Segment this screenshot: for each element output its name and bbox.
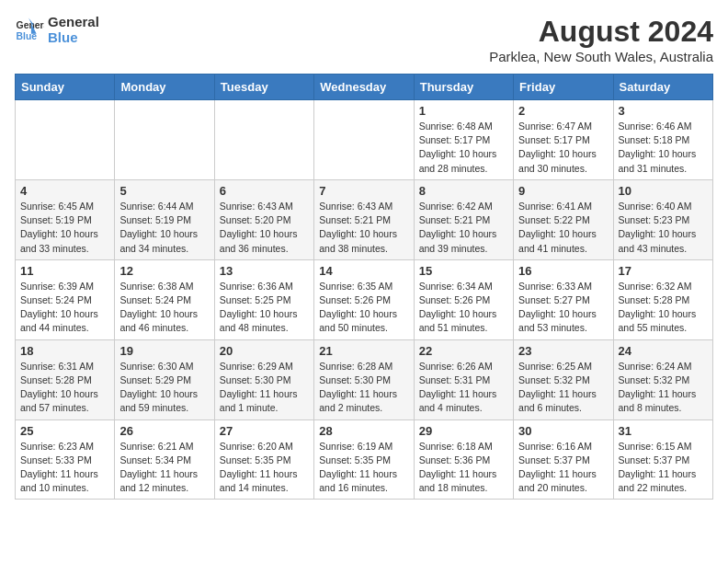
- day-info: Sunrise: 6:23 AMSunset: 5:33 PMDaylight:…: [20, 440, 109, 496]
- day-number: 19: [119, 344, 209, 358]
- weekday-header-row: SundayMondayTuesdayWednesdayThursdayFrid…: [16, 75, 713, 100]
- day-number: 9: [518, 184, 608, 198]
- day-info: Sunrise: 6:19 AMSunset: 5:35 PMDaylight:…: [319, 440, 408, 496]
- day-number: 26: [119, 424, 209, 438]
- calendar-cell: [16, 100, 115, 180]
- logo-general: General: [48, 15, 99, 30]
- calendar-cell: 27Sunrise: 6:20 AMSunset: 5:35 PMDayligh…: [214, 419, 313, 500]
- day-info: Sunrise: 6:15 AMSunset: 5:37 PMDaylight:…: [619, 440, 708, 496]
- day-info: Sunrise: 6:29 AMSunset: 5:30 PMDaylight:…: [220, 360, 309, 416]
- day-number: 30: [518, 424, 608, 438]
- logo-icon: General Blue: [15, 16, 44, 45]
- day-number: 17: [619, 264, 708, 278]
- day-number: 10: [619, 184, 708, 198]
- calendar-cell: 22Sunrise: 6:26 AMSunset: 5:31 PMDayligh…: [414, 339, 513, 419]
- day-number: 28: [319, 424, 408, 438]
- calendar-cell: 15Sunrise: 6:34 AMSunset: 5:26 PMDayligh…: [414, 259, 513, 339]
- day-number: 2: [518, 104, 608, 118]
- calendar-cell: 28Sunrise: 6:19 AMSunset: 5:35 PMDayligh…: [314, 419, 414, 500]
- day-number: 13: [220, 264, 309, 278]
- day-info: Sunrise: 6:20 AMSunset: 5:35 PMDaylight:…: [220, 440, 309, 496]
- calendar-cell: 5Sunrise: 6:44 AMSunset: 5:19 PMDaylight…: [115, 179, 214, 259]
- day-number: 25: [20, 424, 109, 438]
- day-number: 6: [220, 184, 309, 198]
- day-number: 3: [619, 104, 708, 118]
- calendar-cell: 23Sunrise: 6:25 AMSunset: 5:32 PMDayligh…: [514, 339, 613, 419]
- day-number: 27: [220, 424, 309, 438]
- calendar-cell: 3Sunrise: 6:46 AMSunset: 5:18 PMDaylight…: [613, 100, 712, 180]
- weekday-header-sunday: Sunday: [16, 75, 115, 100]
- day-info: Sunrise: 6:31 AMSunset: 5:28 PMDaylight:…: [20, 360, 109, 416]
- logo: General Blue General Blue: [15, 15, 99, 45]
- day-info: Sunrise: 6:43 AMSunset: 5:20 PMDaylight:…: [220, 200, 309, 256]
- calendar-cell: 10Sunrise: 6:40 AMSunset: 5:23 PMDayligh…: [613, 179, 712, 259]
- calendar-table: SundayMondayTuesdayWednesdayThursdayFrid…: [15, 74, 713, 500]
- calendar-week-1: 1Sunrise: 6:48 AMSunset: 5:17 PMDaylight…: [16, 100, 713, 180]
- weekday-header-monday: Monday: [115, 75, 214, 100]
- calendar-cell: 24Sunrise: 6:24 AMSunset: 5:32 PMDayligh…: [613, 339, 712, 419]
- day-info: Sunrise: 6:26 AMSunset: 5:31 PMDaylight:…: [419, 360, 508, 416]
- day-info: Sunrise: 6:33 AMSunset: 5:27 PMDaylight:…: [518, 280, 608, 336]
- weekday-header-tuesday: Tuesday: [214, 75, 313, 100]
- day-number: 18: [20, 344, 109, 358]
- day-number: 11: [20, 264, 109, 278]
- page-subtitle: Parklea, New South Wales, Australia: [489, 49, 713, 64]
- calendar-cell: 19Sunrise: 6:30 AMSunset: 5:29 PMDayligh…: [115, 339, 214, 419]
- day-number: 22: [419, 344, 508, 358]
- calendar-week-4: 18Sunrise: 6:31 AMSunset: 5:28 PMDayligh…: [16, 339, 713, 419]
- weekday-header-saturday: Saturday: [613, 75, 712, 100]
- weekday-header-wednesday: Wednesday: [314, 75, 414, 100]
- day-info: Sunrise: 6:46 AMSunset: 5:18 PMDaylight:…: [619, 120, 708, 176]
- day-info: Sunrise: 6:43 AMSunset: 5:21 PMDaylight:…: [319, 200, 408, 256]
- title-block: August 2024 Parklea, New South Wales, Au…: [489, 15, 713, 64]
- day-number: 24: [619, 344, 708, 358]
- calendar-cell: [115, 100, 214, 180]
- day-number: 4: [20, 184, 109, 198]
- day-info: Sunrise: 6:42 AMSunset: 5:21 PMDaylight:…: [419, 200, 508, 256]
- day-number: 7: [319, 184, 408, 198]
- calendar-cell: 17Sunrise: 6:32 AMSunset: 5:28 PMDayligh…: [613, 259, 712, 339]
- calendar-cell: 2Sunrise: 6:47 AMSunset: 5:17 PMDaylight…: [514, 100, 613, 180]
- day-info: Sunrise: 6:24 AMSunset: 5:32 PMDaylight:…: [619, 360, 708, 416]
- day-number: 23: [518, 344, 608, 358]
- page-header: General Blue General Blue August 2024 Pa…: [15, 15, 713, 64]
- calendar-cell: 12Sunrise: 6:38 AMSunset: 5:24 PMDayligh…: [115, 259, 214, 339]
- calendar-cell: 7Sunrise: 6:43 AMSunset: 5:21 PMDaylight…: [314, 179, 414, 259]
- calendar-cell: 9Sunrise: 6:41 AMSunset: 5:22 PMDaylight…: [514, 179, 613, 259]
- calendar-cell: 11Sunrise: 6:39 AMSunset: 5:24 PMDayligh…: [16, 259, 115, 339]
- day-number: 20: [220, 344, 309, 358]
- calendar-cell: 26Sunrise: 6:21 AMSunset: 5:34 PMDayligh…: [115, 419, 214, 500]
- day-info: Sunrise: 6:35 AMSunset: 5:26 PMDaylight:…: [319, 280, 408, 336]
- day-number: 14: [319, 264, 408, 278]
- weekday-header-friday: Friday: [514, 75, 613, 100]
- day-info: Sunrise: 6:30 AMSunset: 5:29 PMDaylight:…: [119, 360, 209, 416]
- day-number: 16: [518, 264, 608, 278]
- calendar-week-5: 25Sunrise: 6:23 AMSunset: 5:33 PMDayligh…: [16, 419, 713, 500]
- calendar-cell: 25Sunrise: 6:23 AMSunset: 5:33 PMDayligh…: [16, 419, 115, 500]
- day-info: Sunrise: 6:18 AMSunset: 5:36 PMDaylight:…: [419, 440, 508, 496]
- calendar-cell: 14Sunrise: 6:35 AMSunset: 5:26 PMDayligh…: [314, 259, 414, 339]
- day-number: 15: [419, 264, 508, 278]
- day-number: 5: [119, 184, 209, 198]
- day-number: 29: [419, 424, 508, 438]
- calendar-cell: 1Sunrise: 6:48 AMSunset: 5:17 PMDaylight…: [414, 100, 513, 180]
- day-info: Sunrise: 6:41 AMSunset: 5:22 PMDaylight:…: [518, 200, 608, 256]
- calendar-week-2: 4Sunrise: 6:45 AMSunset: 5:19 PMDaylight…: [16, 179, 713, 259]
- calendar-cell: 16Sunrise: 6:33 AMSunset: 5:27 PMDayligh…: [514, 259, 613, 339]
- day-info: Sunrise: 6:25 AMSunset: 5:32 PMDaylight:…: [518, 360, 608, 416]
- day-info: Sunrise: 6:21 AMSunset: 5:34 PMDaylight:…: [119, 440, 209, 496]
- calendar-cell: 6Sunrise: 6:43 AMSunset: 5:20 PMDaylight…: [214, 179, 313, 259]
- day-info: Sunrise: 6:16 AMSunset: 5:37 PMDaylight:…: [518, 440, 608, 496]
- page-title: August 2024: [489, 15, 713, 49]
- day-number: 31: [619, 424, 708, 438]
- day-info: Sunrise: 6:36 AMSunset: 5:25 PMDaylight:…: [220, 280, 309, 336]
- day-info: Sunrise: 6:34 AMSunset: 5:26 PMDaylight:…: [419, 280, 508, 336]
- day-info: Sunrise: 6:40 AMSunset: 5:23 PMDaylight:…: [619, 200, 708, 256]
- day-info: Sunrise: 6:44 AMSunset: 5:19 PMDaylight:…: [119, 200, 209, 256]
- day-info: Sunrise: 6:39 AMSunset: 5:24 PMDaylight:…: [20, 280, 109, 336]
- day-info: Sunrise: 6:38 AMSunset: 5:24 PMDaylight:…: [119, 280, 209, 336]
- calendar-cell: 30Sunrise: 6:16 AMSunset: 5:37 PMDayligh…: [514, 419, 613, 500]
- calendar-cell: 21Sunrise: 6:28 AMSunset: 5:30 PMDayligh…: [314, 339, 414, 419]
- svg-text:General: General: [17, 20, 44, 30]
- calendar-cell: 20Sunrise: 6:29 AMSunset: 5:30 PMDayligh…: [214, 339, 313, 419]
